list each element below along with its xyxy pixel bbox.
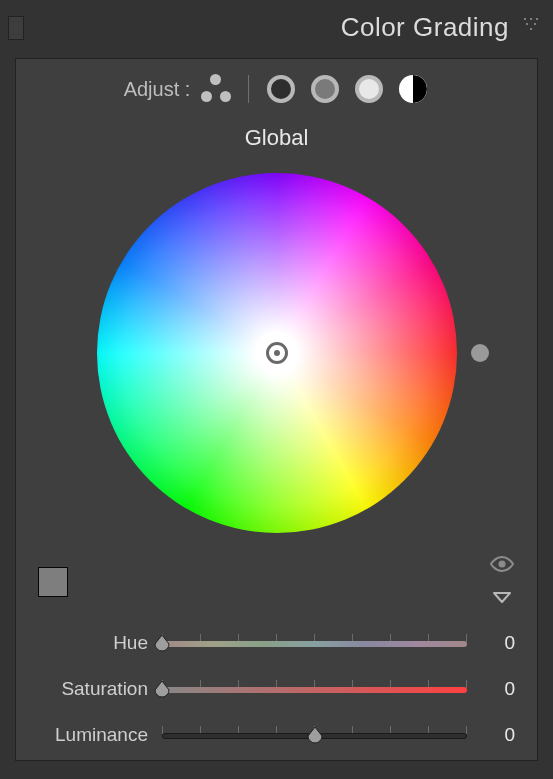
adjust-label: Adjust : xyxy=(124,78,191,101)
panel-body: Adjust : Global xyxy=(15,58,538,761)
global-icon xyxy=(399,75,427,103)
hue-slider-row: Hue 0 xyxy=(38,631,515,655)
three-way-icon xyxy=(201,74,231,104)
hue-slider[interactable] xyxy=(162,631,467,655)
color-grading-panel: Color Grading Adjust : Global xyxy=(0,0,553,779)
panel-menu-icon[interactable] xyxy=(523,17,539,38)
adjust-mode-row: Adjust : xyxy=(16,59,537,111)
svg-point-6 xyxy=(499,561,506,568)
visibility-icon[interactable] xyxy=(489,555,515,577)
hue-ring-handle[interactable] xyxy=(471,344,489,362)
hue-thumb[interactable] xyxy=(153,634,171,652)
luminance-thumb[interactable] xyxy=(306,726,324,744)
svg-point-1 xyxy=(530,18,532,20)
svg-point-0 xyxy=(524,18,526,20)
mode-highlights[interactable] xyxy=(353,73,385,105)
luminance-slider[interactable] xyxy=(162,723,467,747)
saturation-slider-row: Saturation 0 xyxy=(38,677,515,701)
luminance-label: Luminance xyxy=(38,724,148,746)
panel-header: Color Grading xyxy=(0,0,553,54)
sliders: Hue 0 Saturation xyxy=(16,631,537,747)
section-title: Global xyxy=(16,125,537,151)
color-swatch[interactable] xyxy=(38,567,68,597)
saturation-slider[interactable] xyxy=(162,677,467,701)
luminance-value[interactable]: 0 xyxy=(481,724,515,746)
wheel-footer xyxy=(16,555,537,609)
midtones-icon xyxy=(311,75,339,103)
disclosure-down-icon[interactable] xyxy=(492,591,512,609)
hue-value[interactable]: 0 xyxy=(481,632,515,654)
svg-point-3 xyxy=(526,23,528,25)
luminance-slider-row: Luminance 0 xyxy=(38,723,515,747)
color-wheel[interactable] xyxy=(97,173,457,533)
wheel-footer-icons xyxy=(489,555,515,609)
mode-shadows[interactable] xyxy=(265,73,297,105)
mode-midtones[interactable] xyxy=(309,73,341,105)
highlights-icon xyxy=(355,75,383,103)
mode-three-way[interactable] xyxy=(200,73,232,105)
adjust-mode-selector xyxy=(200,73,429,105)
panel-toggle[interactable] xyxy=(8,16,24,40)
mode-global[interactable] xyxy=(397,73,429,105)
panel-title: Color Grading xyxy=(341,12,509,43)
svg-point-5 xyxy=(530,28,532,30)
mode-separator xyxy=(248,75,249,103)
shadows-icon xyxy=(267,75,295,103)
saturation-label: Saturation xyxy=(38,678,148,700)
saturation-thumb[interactable] xyxy=(153,680,171,698)
svg-point-2 xyxy=(536,18,538,20)
saturation-value[interactable]: 0 xyxy=(481,678,515,700)
svg-point-4 xyxy=(534,23,536,25)
hue-label: Hue xyxy=(38,632,148,654)
color-wheel-puck[interactable] xyxy=(266,342,288,364)
